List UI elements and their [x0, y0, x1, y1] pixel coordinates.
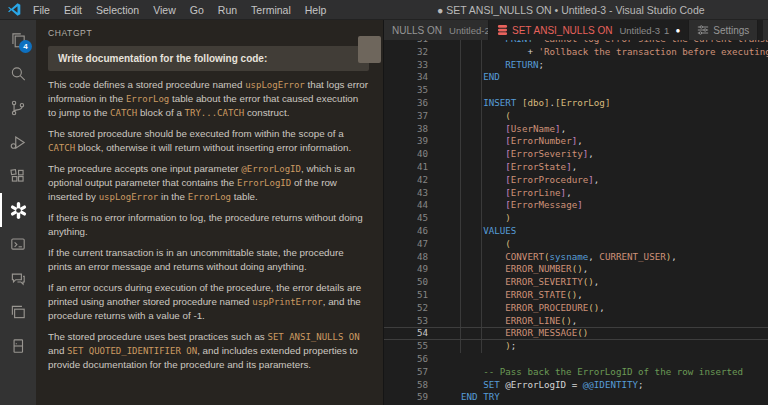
code-line-53[interactable]: 53 ERROR_LINE(), — [384, 315, 768, 328]
line-text: ) — [461, 212, 511, 225]
sidebar-item-windows-stack[interactable] — [0, 295, 36, 329]
sidebar-item-explorer[interactable]: 4 — [0, 23, 36, 57]
menu-view[interactable]: View — [146, 4, 183, 16]
code-line-47[interactable]: 47 ( — [384, 238, 768, 251]
line-text: [ErrorState], — [461, 161, 577, 174]
panel-scrollbar-thumb[interactable] — [358, 36, 381, 63]
menu-selection[interactable]: Selection — [89, 4, 146, 16]
code-line-54[interactable]: 54 ERROR_MESSAGE() — [384, 327, 768, 340]
inline-code: uspPrintError — [252, 297, 322, 307]
menu-run[interactable]: Run — [211, 4, 244, 16]
line-text: [UserName], — [461, 123, 566, 136]
run-debug-icon — [9, 133, 27, 151]
line-number: 39 — [384, 135, 428, 148]
line-number: 55 — [384, 340, 428, 353]
line-text: INSERT [dbo].[ErrorLog] — [461, 97, 610, 110]
code-line-43[interactable]: 43 [ErrorLine], — [384, 187, 768, 200]
sidebar-item-chatgpt[interactable] — [0, 193, 36, 227]
tab-bar: NULLS ON Untitled-2 ● SET ANSI_NULLS ON … — [384, 20, 768, 40]
tab-untitled-2[interactable]: NULLS ON Untitled-2 ● — [384, 20, 489, 40]
code-line-49[interactable]: 49 ERROR_NUMBER(), — [384, 263, 768, 276]
sidebar-item-terminal[interactable] — [0, 227, 36, 261]
inline-code: ErrorLogID — [237, 178, 291, 188]
code-line-36[interactable]: 36 INSERT [dbo].[ErrorLog] — [384, 97, 768, 110]
code-line-44[interactable]: 44 [ErrorMessage] — [384, 199, 768, 212]
line-number: 51 — [384, 289, 428, 302]
extensions-icon — [9, 167, 27, 185]
menu-go[interactable]: Go — [183, 4, 211, 16]
source-control-icon — [9, 99, 27, 117]
line-text: [ErrorSeverity], — [461, 148, 594, 161]
line-number: 43 — [384, 187, 428, 200]
line-number: 57 — [384, 366, 428, 379]
chat-paragraph: If an error occurs during execution of t… — [48, 281, 369, 323]
chatgpt-icon — [10, 202, 27, 219]
line-text: ( — [461, 110, 511, 123]
menu-bar: FileEditSelectionViewGoRunTerminalHelp — [26, 0, 333, 19]
code-line-39[interactable]: 39 [ErrorNumber], — [384, 135, 768, 148]
code-line-50[interactable]: 50 ERROR_SEVERITY(), — [384, 276, 768, 289]
code-line-51[interactable]: 51 ERROR_STATE(), — [384, 289, 768, 302]
chat-paragraph: If there is no error information to log,… — [48, 211, 369, 239]
tab-label: NULLS ON — [392, 25, 442, 36]
editor-group: NULLS ON Untitled-2 ● SET ANSI_NULLS ON … — [383, 20, 768, 405]
tab-label: Settings — [713, 25, 749, 36]
code-line-34[interactable]: 34 END — [384, 71, 768, 84]
chat-paragraph: If the current transaction is in an unco… — [48, 246, 369, 274]
windows-stack-icon — [9, 303, 27, 321]
explorer-badge: 4 — [19, 40, 32, 53]
menu-file[interactable]: File — [26, 4, 57, 16]
chat-paragraph: This code defines a stored procedure nam… — [48, 78, 369, 120]
chat-answer: This code defines a stored procedure nam… — [48, 78, 369, 372]
line-number: 47 — [384, 238, 428, 251]
line-text: [ErrorNumber], — [461, 135, 583, 148]
line-number: 50 — [384, 276, 428, 289]
sidebar-item-source-control[interactable] — [0, 91, 36, 125]
inline-code: SET QUOTED_IDENTIFIER ON — [67, 346, 197, 356]
code-line-57[interactable]: 57 -- Pass back the ErrorLogID of the ro… — [384, 366, 768, 379]
code-line-35[interactable]: 35 — [384, 84, 768, 97]
code-line-37[interactable]: 37 ( — [384, 110, 768, 123]
line-number: 33 — [384, 59, 428, 72]
menu-terminal[interactable]: Terminal — [244, 4, 298, 16]
dirty-dot-icon[interactable]: ● — [675, 26, 680, 35]
code-line-55[interactable]: 55 ); — [384, 340, 768, 353]
code-line-46[interactable]: 46 VALUES — [384, 225, 768, 238]
sidebar-item-storage[interactable] — [0, 329, 36, 363]
menu-help[interactable]: Help — [298, 4, 334, 16]
storage-icon — [9, 337, 27, 355]
tab-untitled-loading[interactable]: Un — [763, 20, 768, 40]
line-number: 49 — [384, 263, 428, 276]
code-line-48[interactable]: 48 CONVERT(sysname, CURRENT_USER), — [384, 251, 768, 264]
tab-description: Untitled-3 — [619, 25, 660, 36]
code-line-38[interactable]: 38 [UserName], — [384, 123, 768, 136]
inline-code: SET ANSI_NULLS ON — [267, 332, 359, 342]
chat-question[interactable]: Write documentation for the following co… — [48, 46, 369, 71]
sidebar-item-extensions[interactable] — [0, 159, 36, 193]
sidebar-item-run-debug[interactable] — [0, 125, 36, 159]
line-text: RETURN; — [461, 59, 544, 72]
code-line-45[interactable]: 45 ) — [384, 212, 768, 225]
line-number: 56 — [384, 353, 428, 366]
code-editor[interactable]: 31 PRINT 'Cannot log error since the cur… — [384, 40, 768, 405]
code-line-42[interactable]: 42 [ErrorProcedure], — [384, 174, 768, 187]
vscode-window: FileEditSelectionViewGoRunTerminalHelp ●… — [0, 0, 768, 405]
chat-paragraph: The procedure accepts one input paramete… — [48, 162, 369, 204]
code-line-40[interactable]: 40 [ErrorSeverity], — [384, 148, 768, 161]
code-line-33[interactable]: 33 RETURN; — [384, 59, 768, 72]
code-line-59[interactable]: 59END TRY — [384, 391, 768, 404]
code-line-56[interactable]: 56 — [384, 353, 768, 366]
tab-settings[interactable]: Settings — [689, 20, 758, 40]
inline-code: ErrorLog — [188, 192, 231, 202]
sidebar-item-search[interactable] — [0, 57, 36, 91]
code-line-32[interactable]: 32 + 'Rollback the transaction before ex… — [384, 46, 768, 59]
chatgpt-panel: CHATGPT Write documentation for the foll… — [36, 20, 383, 405]
sidebar-item-comments[interactable] — [0, 261, 36, 295]
code-line-58[interactable]: 58 SET @ErrorLogID = @@IDENTITY; — [384, 379, 768, 392]
line-number: 32 — [384, 46, 428, 59]
line-number: 36 — [384, 97, 428, 110]
menu-edit[interactable]: Edit — [57, 4, 89, 16]
code-line-41[interactable]: 41 [ErrorState], — [384, 161, 768, 174]
code-line-52[interactable]: 52 ERROR_PROCEDURE(), — [384, 302, 768, 315]
tab-untitled-3[interactable]: SET ANSI_NULLS ON Untitled-3 1 ● — [489, 20, 689, 40]
